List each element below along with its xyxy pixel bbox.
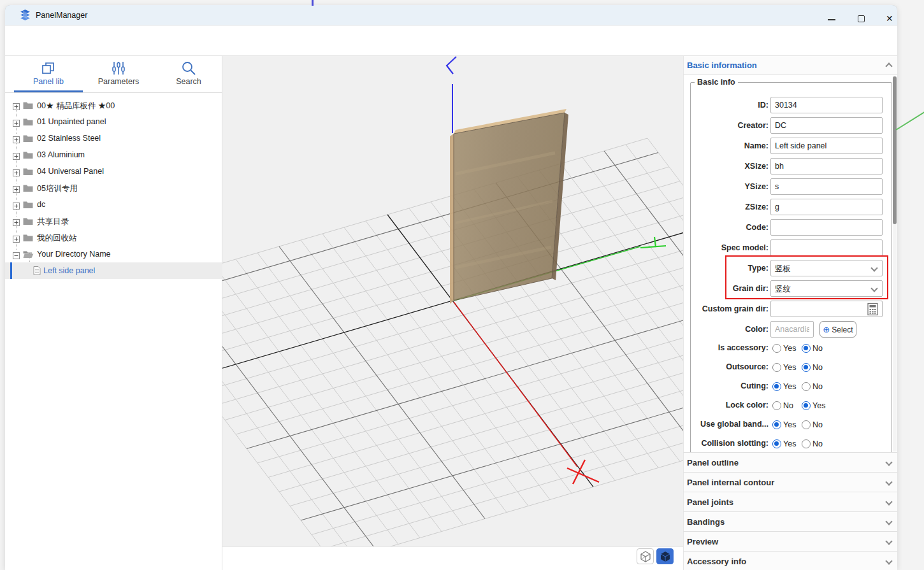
tree-item-05[interactable]: 05培训专用 bbox=[5, 180, 222, 196]
radio-cuting-yes[interactable]: Yes bbox=[772, 380, 796, 393]
expand-icon[interactable] bbox=[13, 217, 20, 224]
color-select-button[interactable]: ⊕Select bbox=[819, 321, 856, 338]
tree-item-dc[interactable]: dc bbox=[5, 196, 222, 213]
creator-input[interactable] bbox=[770, 117, 883, 134]
tree-item-label: 我的回收站 bbox=[37, 233, 77, 244]
solid-view-button[interactable] bbox=[656, 548, 674, 564]
folder-icon bbox=[23, 217, 33, 228]
field-row-custom-grain-dir: Custom grain dir: bbox=[686, 301, 890, 318]
folder-icon bbox=[23, 167, 33, 178]
radio-label: Yes bbox=[783, 420, 796, 429]
background-artifact bbox=[895, 111, 924, 131]
background-artifact bbox=[312, 0, 314, 6]
tree-item-02-stainless-steel[interactable]: 02 Stainless Steel bbox=[5, 130, 222, 146]
radio-use-global-band-no[interactable]: No bbox=[802, 418, 823, 431]
basic-information-header[interactable]: Basic information bbox=[683, 56, 897, 75]
zsize-input[interactable] bbox=[770, 199, 883, 215]
folder-icon bbox=[23, 117, 33, 129]
radio-collision-slotting-no[interactable]: No bbox=[802, 438, 823, 450]
expand-icon[interactable] bbox=[13, 151, 20, 158]
expand-icon[interactable] bbox=[13, 101, 20, 108]
spec-model-input[interactable] bbox=[770, 239, 883, 256]
ysize-input[interactable] bbox=[770, 178, 883, 195]
tree-item-label: 05培训专用 bbox=[37, 183, 78, 194]
field-label: Custom grain dir: bbox=[686, 304, 769, 313]
radio-is-accessory-yes[interactable]: Yes bbox=[772, 342, 796, 355]
collapse-icon[interactable] bbox=[13, 250, 20, 257]
tree-item-03-aluminium[interactable]: 03 Aluminium bbox=[5, 146, 222, 163]
tree-item-label: 共享目录 bbox=[37, 217, 69, 227]
radio-cuting-no[interactable]: No bbox=[802, 380, 823, 393]
radio-outsource-yes[interactable]: Yes bbox=[772, 361, 796, 374]
field-label: Outsource: bbox=[686, 362, 769, 371]
radio-label: Yes bbox=[783, 344, 796, 353]
grain-dir-select[interactable]: 竖纹 bbox=[770, 280, 883, 297]
tree-item-item[interactable]: 共享目录 bbox=[5, 213, 222, 229]
field-label: Is accessory: bbox=[686, 343, 769, 352]
tree-item-01-unpainted-panel[interactable]: 01 Unpainted panel bbox=[5, 113, 222, 130]
tab-panel-lib[interactable]: Panel lib bbox=[17, 59, 80, 92]
radio-label: Yes bbox=[812, 401, 825, 410]
xsize-input[interactable] bbox=[770, 158, 883, 175]
radio-use-global-band-yes[interactable]: Yes bbox=[772, 418, 796, 431]
expand-icon[interactable] bbox=[13, 118, 20, 125]
radio-is-accessory-no[interactable]: No bbox=[802, 342, 823, 355]
section-panel-outline[interactable]: Panel outline bbox=[683, 452, 897, 472]
inspector-scrollbar-thumb[interactable] bbox=[893, 76, 897, 224]
code-input[interactable] bbox=[770, 219, 883, 236]
radio-lock-color-yes[interactable]: Yes bbox=[802, 399, 825, 412]
tab-search[interactable]: Search bbox=[157, 59, 220, 92]
radio-row-cuting: Cuting:YesNo bbox=[686, 380, 890, 394]
expand-icon[interactable] bbox=[13, 134, 20, 141]
tree-item-label: 00★ 精品库板件 ★00 bbox=[37, 101, 115, 111]
minimize-button[interactable] bbox=[822, 13, 841, 27]
chevron-down-icon bbox=[885, 518, 892, 525]
chevron-down-icon bbox=[885, 459, 892, 466]
close-button[interactable]: ✕ bbox=[881, 13, 900, 27]
section-label: Panel joints bbox=[687, 497, 733, 507]
panel-library-tree: 00★ 精品库板件 ★0001 Unpainted panel02 Stainl… bbox=[5, 93, 222, 570]
section-bandings[interactable]: Bandings bbox=[683, 511, 897, 531]
tree-item-item[interactable]: 我的回收站 bbox=[5, 229, 222, 246]
section-panel-joints[interactable]: Panel joints bbox=[683, 492, 897, 511]
section-accessory-info[interactable]: Accessory info bbox=[683, 551, 897, 570]
radio-outsource-no[interactable]: No bbox=[802, 361, 823, 374]
expand-icon[interactable] bbox=[13, 167, 20, 175]
name-input[interactable] bbox=[770, 138, 883, 154]
maximize-button[interactable] bbox=[852, 13, 871, 27]
radio-label: No bbox=[812, 363, 823, 372]
id-input[interactable] bbox=[770, 97, 883, 113]
radio-label: No bbox=[812, 344, 823, 353]
chevron-up-icon bbox=[885, 62, 892, 69]
chevron-down-icon bbox=[885, 478, 892, 485]
expand-icon[interactable] bbox=[13, 201, 20, 208]
search-icon bbox=[181, 61, 196, 76]
field-label: Type: bbox=[686, 264, 769, 273]
color-input[interactable] bbox=[770, 321, 814, 338]
field-label: Collision slotting: bbox=[686, 439, 769, 448]
solid-cube-icon bbox=[659, 550, 672, 563]
wireframe-view-button[interactable] bbox=[637, 548, 654, 564]
section-preview[interactable]: Preview bbox=[683, 531, 897, 551]
radio-lock-color-no[interactable]: No bbox=[772, 399, 793, 412]
chevron-down-icon bbox=[885, 498, 892, 505]
radio-collision-slotting-yes[interactable]: Yes bbox=[772, 438, 796, 450]
field-row-creator: Creator: bbox=[686, 117, 890, 134]
tree-item-left-side-panel[interactable]: Left side panel bbox=[5, 262, 222, 279]
radio-selected-icon bbox=[772, 439, 781, 448]
tree-item-00-00[interactable]: 00★ 精品库板件 ★00 bbox=[5, 97, 222, 113]
viewport-3d[interactable] bbox=[222, 56, 683, 570]
section-label: Bandings bbox=[687, 517, 725, 527]
calculator-button[interactable] bbox=[866, 303, 879, 316]
selected-value: 竖板 bbox=[775, 264, 791, 274]
minimize-icon bbox=[828, 19, 835, 20]
wood-panel[interactable] bbox=[450, 109, 568, 304]
expand-icon[interactable] bbox=[13, 234, 20, 241]
radio-selected-icon bbox=[802, 363, 811, 372]
tab-parameters[interactable]: Parameters bbox=[87, 59, 150, 92]
section-panel-internal-contour[interactable]: Panel internal contour bbox=[683, 472, 897, 492]
expand-icon[interactable] bbox=[13, 184, 20, 191]
tree-item-your-directory-name[interactable]: Your Directory Name bbox=[5, 246, 222, 262]
type-select[interactable]: 竖板 bbox=[770, 260, 883, 276]
tree-item-04-universal-panel[interactable]: 04 Universal Panel bbox=[5, 163, 222, 180]
